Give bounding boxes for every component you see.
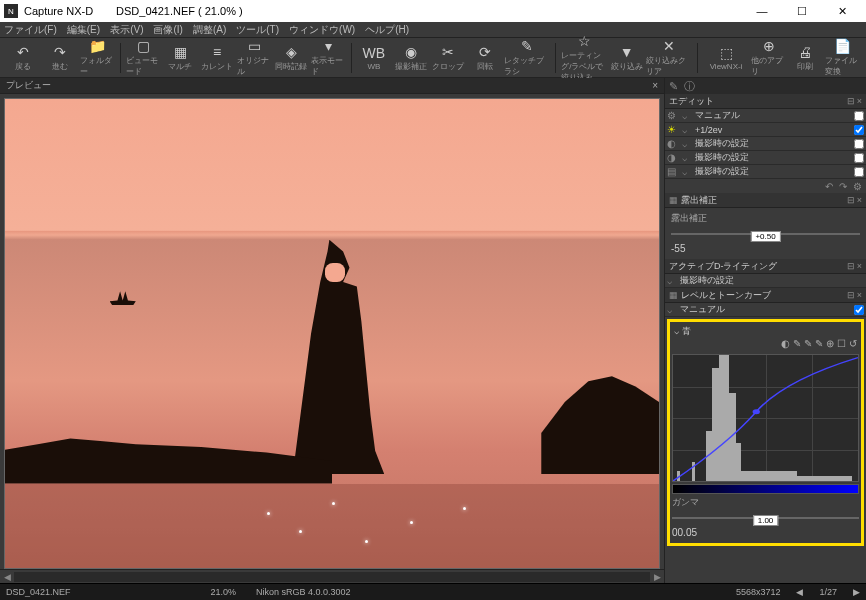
menu-item[interactable]: 調整(A) [193,23,226,37]
オリジナル-icon: ▭ [245,38,263,54]
toolbar-button[interactable]: ▾表示モード [311,40,346,76]
toolbar-button[interactable]: ◉撮影補正 [393,40,428,76]
adjustment-icon: ▤ [667,166,679,177]
menu-item[interactable]: 表示(V) [110,23,143,37]
curve-tool-icon[interactable]: ✎ [804,338,812,352]
close-icon[interactable]: × [652,80,658,91]
toolbar-button[interactable]: 📄ファイル変換 [825,40,860,76]
adjustment-row[interactable]: ⚙⌵マニュアル [665,109,866,123]
undo-icon[interactable]: ↶ [825,181,833,192]
curve-tool-icon[interactable]: ☐ [837,338,846,352]
edit-tab-icon[interactable]: ✎ [669,80,678,93]
image-canvas[interactable] [0,94,664,569]
toolbar-button[interactable]: 🖨印刷 [788,40,823,76]
chevron-down-icon: ⌵ [682,111,692,121]
WB-icon: WB [365,45,383,61]
redo-icon[interactable]: ↷ [839,181,847,192]
exposure-header[interactable]: ▦ 露出補正 ⊟× [665,193,866,208]
curves-header[interactable]: ▦ レベルとトーンカーブ ⊟× [665,288,866,303]
toolbar-button[interactable]: ▭オリジナル [237,40,272,76]
adjustment-row[interactable]: ☀⌵+1/2ev [665,123,866,137]
toolbar-button[interactable]: ☆レーティング/ラベルで絞り込み [561,40,607,76]
adjustment-row[interactable]: ◐⌵撮影時の設定 [665,137,866,151]
status-page: 1/27 [819,587,837,597]
adjustment-checkbox[interactable] [854,111,864,121]
dlighting-row[interactable]: ⌵撮影時の設定 [665,274,866,288]
status-zoom: 21.0% [211,587,237,597]
toolbar-button[interactable]: ▢ビューモード [126,40,161,76]
chevron-down-icon: ⌵ [682,153,692,163]
クロップ-icon: ✂ [439,44,457,60]
preview-tab[interactable]: プレビュー × [0,78,664,94]
toolbar-button[interactable]: ↷進む [43,40,78,76]
curve-tool-icon[interactable]: ⊕ [826,338,834,352]
toolbar-button[interactable]: ▼絞り込み [609,40,644,76]
close-button[interactable]: ✕ [822,1,862,21]
toolbar-button[interactable]: ⟳回転 [467,40,502,76]
toolbar-button[interactable]: ⊕他のアプリ [751,40,786,76]
info-tab-icon[interactable]: ⓘ [684,79,695,94]
histogram-curves[interactable] [672,354,859,482]
toolbar-button[interactable]: ✎レタッチブラシ [504,40,550,76]
scroll-left-icon[interactable]: ◀ [0,571,14,583]
toolbar-button[interactable]: ✕絞り込みクリア [646,40,692,76]
prev-icon[interactable]: ◀ [796,587,803,597]
同時記録-icon: ◈ [282,44,300,60]
回転-icon: ⟳ [476,44,494,60]
curves-enable-checkbox[interactable] [854,305,864,315]
gear-icon[interactable]: ⚙ [853,181,862,192]
adjustment-icon: ⚙ [667,110,679,121]
output-range-slider[interactable] [672,484,859,494]
adjustment-checkbox[interactable] [854,125,864,135]
maximize-button[interactable]: ☐ [782,1,822,21]
minimize-button[interactable]: — [742,1,782,21]
next-icon[interactable]: ▶ [853,587,860,597]
ファイル変換-icon: 📄 [833,38,851,54]
adjustment-checkbox[interactable] [854,167,864,177]
toolbar-button[interactable]: ↶戻る [6,40,41,76]
menu-item[interactable]: ヘルプ(H) [365,23,409,37]
進む-icon: ↷ [51,44,69,60]
statusbar: DSD_0421.NEF 21.0% Nikon sRGB 4.0.0.3002… [0,583,866,600]
status-profile: Nikon sRGB 4.0.0.3002 [256,587,351,597]
curves-section-highlighted: ⌵ 青 ◐✎✎✎⊕☐↺ [667,319,864,546]
adjustment-icon: ◑ [667,152,679,163]
戻る-icon: ↶ [14,44,32,60]
gamma-slider[interactable]: 1.00 [672,511,859,525]
dlighting-header[interactable]: アクティブD-ライティング ⊟× [665,259,866,274]
toolbar-button[interactable]: WBWB [356,40,391,76]
toolbar-button[interactable]: ▦マルチ [163,40,198,76]
adjustment-row[interactable]: ▤⌵撮影時の設定 [665,165,866,179]
curve-tool-icon[interactable]: ◐ [781,338,790,352]
exposure-slider[interactable]: +0.50 [671,227,860,241]
adjustment-checkbox[interactable] [854,153,864,163]
status-dims: 5568x3712 [736,587,781,597]
menu-item[interactable]: ファイル(F) [4,23,57,37]
curves-mode-row[interactable]: ⌵マニュアル [665,303,866,317]
toolbar-button[interactable]: 📁フォルダー [80,40,115,76]
horizontal-scrollbar[interactable]: ◀ ▶ [0,569,664,583]
menu-item[interactable]: 画像(I) [153,23,182,37]
titlebar: N Capture NX-D DSD_0421.NEF ( 21.0% ) — … [0,0,866,22]
close-panel-icon[interactable]: × [857,96,862,106]
menubar: ファイル(F)編集(E)表示(V)画像(I)調整(A)ツール(T)ウィンドウ(W… [0,22,866,38]
curve-tool-icon[interactable]: ✎ [793,338,801,352]
toolbar-button[interactable]: ◈同時記録 [274,40,309,76]
ViewNX-i-icon: ⬚ [717,45,735,61]
channel-selector[interactable]: ⌵ 青 [674,325,691,338]
menu-item[interactable]: ツール(T) [236,23,279,37]
adjustment-checkbox[interactable] [854,139,864,149]
toolbar-button[interactable]: ✂クロップ [430,40,465,76]
scroll-right-icon[interactable]: ▶ [650,571,664,583]
adjustment-icon: ☀ [667,124,679,135]
pin-icon[interactable]: ⊟ [847,96,855,106]
exposure-label: 露出補正 [671,212,860,225]
toolbar-button[interactable]: ⬚ViewNX-i [703,40,749,76]
adjustment-row[interactable]: ◑⌵撮影時の設定 [665,151,866,165]
curve-tool-icon[interactable]: ✎ [815,338,823,352]
他のアプリ-icon: ⊕ [760,38,778,54]
menu-item[interactable]: ウィンドウ(W) [289,23,355,37]
toolbar-button[interactable]: ≡カレント [200,40,235,76]
curve-tool-icon[interactable]: ↺ [849,338,857,352]
menu-item[interactable]: 編集(E) [67,23,100,37]
